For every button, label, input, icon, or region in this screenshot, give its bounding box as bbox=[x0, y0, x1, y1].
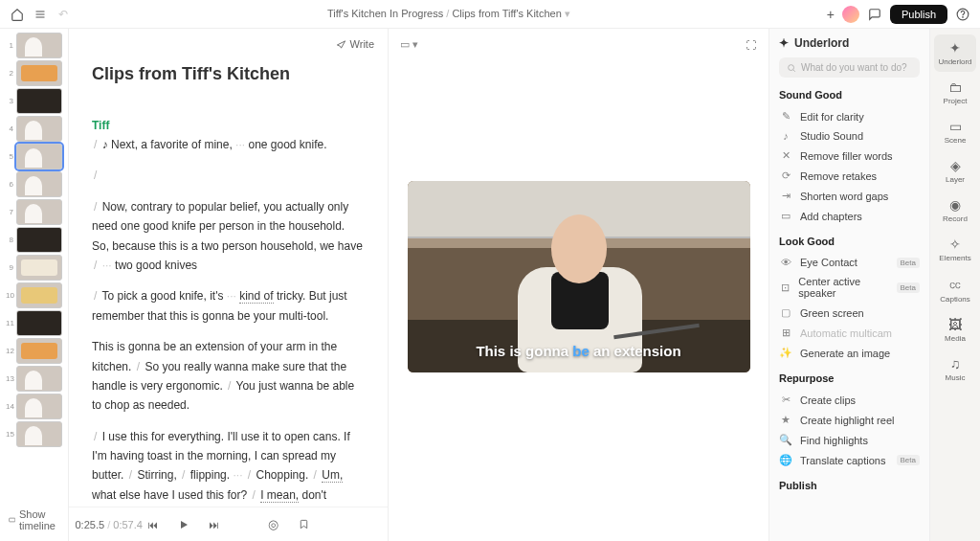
add-chapters-button[interactable]: ▭Add chapters bbox=[779, 206, 920, 226]
section-look: Look Good bbox=[779, 236, 920, 247]
top-bar: ↶ Tiff's Kitchen In Progress / Clips fro… bbox=[0, 0, 980, 29]
expand-icon[interactable] bbox=[746, 39, 757, 51]
eye-contact-button[interactable]: 👁Eye ContactBeta bbox=[779, 253, 920, 272]
rail-layer[interactable]: ◈Layer bbox=[934, 152, 976, 190]
thumb-9[interactable] bbox=[16, 255, 62, 281]
script-body[interactable]: Clips from Tiff's Kitchen Tiff / ♪ Next,… bbox=[69, 59, 388, 507]
thumbnail-strip: 1 2 3 4 5 6 7 8 9 10 11 12 13 14 15 Show… bbox=[0, 29, 69, 541]
shorten-gaps-button[interactable]: ⇥Shorten word gaps bbox=[779, 186, 920, 206]
video-preview: ▭ ▾ This is gonna be an extension bbox=[389, 29, 769, 541]
play-icon[interactable] bbox=[173, 514, 194, 535]
show-timeline-label: Show timeline bbox=[19, 508, 59, 531]
thumb-15[interactable] bbox=[16, 421, 62, 447]
thumb-2[interactable] bbox=[16, 60, 62, 86]
thumb-5[interactable] bbox=[16, 144, 62, 169]
video-caption: This is gonna be an extension bbox=[408, 343, 750, 359]
right-rail: ✦Underlord 🗀Project ▭Scene ◈Layer ◉Recor… bbox=[930, 29, 980, 541]
center-speaker-button[interactable]: ⊡Center active speakerBeta bbox=[779, 272, 920, 303]
studio-sound-button[interactable]: ♪Studio Sound bbox=[779, 126, 920, 146]
green-screen-button[interactable]: ▢Green screen bbox=[779, 303, 920, 323]
thumb-7[interactable] bbox=[16, 199, 62, 225]
svg-line-8 bbox=[793, 70, 795, 72]
edit-clarity-button[interactable]: ✎Edit for clarity bbox=[779, 106, 920, 126]
script-editor: Write Clips from Tiff's Kitchen Tiff / ♪… bbox=[69, 29, 389, 541]
panel-title: ✦ Underlord bbox=[779, 36, 920, 50]
bookmark-icon[interactable] bbox=[294, 514, 315, 535]
write-button[interactable]: Write bbox=[336, 38, 374, 50]
layout-icon[interactable]: ▭ ▾ bbox=[400, 38, 418, 51]
page-title: Clips from Tiff's Kitchen bbox=[92, 59, 365, 89]
create-clips-button[interactable]: ✂Create clips bbox=[779, 390, 920, 410]
rail-underlord[interactable]: ✦Underlord bbox=[934, 34, 976, 72]
breadcrumb-clip[interactable]: Clips from Tiff's Kitchen bbox=[452, 8, 561, 19]
thumb-13[interactable] bbox=[16, 366, 62, 392]
panel-search-input[interactable]: What do you want to do? bbox=[779, 57, 920, 78]
find-highlights-button[interactable]: 🔍Find highlights bbox=[779, 430, 920, 450]
thumb-3[interactable] bbox=[16, 88, 62, 114]
avatar[interactable] bbox=[842, 6, 859, 23]
skip-back-icon[interactable]: ⏮ bbox=[143, 514, 164, 535]
thumb-10[interactable] bbox=[16, 282, 62, 308]
underlord-icon: ✦ bbox=[779, 36, 789, 50]
thumb-12[interactable] bbox=[16, 338, 62, 364]
play-bar: 0:25.5 / 0:57.4 ⏮ ⏭ ◎ bbox=[69, 507, 388, 541]
thumb-1[interactable] bbox=[16, 33, 62, 58]
skip-forward-icon[interactable]: ⏭ bbox=[204, 514, 225, 535]
breadcrumb-project[interactable]: Tiff's Kitchen In Progress bbox=[327, 8, 443, 19]
svg-point-7 bbox=[789, 64, 794, 70]
thumb-8[interactable] bbox=[16, 227, 62, 253]
section-sound: Sound Good bbox=[779, 89, 920, 101]
speed-icon[interactable]: ◎ bbox=[263, 514, 284, 535]
remove-retakes-button[interactable]: ⟳Remove retakes bbox=[779, 166, 920, 186]
show-timeline-button[interactable]: Show timeline bbox=[0, 503, 69, 537]
comment-icon[interactable] bbox=[867, 7, 882, 22]
rail-record[interactable]: ◉Record bbox=[934, 192, 976, 229]
rail-elements[interactable]: ✧Elements bbox=[934, 231, 976, 268]
thumb-6[interactable] bbox=[16, 171, 62, 197]
speaker-label: Tiff bbox=[92, 116, 365, 135]
remove-fillers-button[interactable]: ✕Remove filler words bbox=[779, 146, 920, 166]
generate-image-button[interactable]: ✨Generate an image bbox=[779, 343, 920, 363]
menu-icon[interactable] bbox=[33, 7, 48, 22]
publish-button[interactable]: Publish bbox=[890, 5, 947, 24]
breadcrumb[interactable]: Tiff's Kitchen In Progress / Clips from … bbox=[78, 8, 819, 20]
thumb-11[interactable] bbox=[16, 310, 62, 336]
rail-project[interactable]: 🗀Project bbox=[934, 74, 976, 111]
rail-music[interactable]: ♫Music bbox=[934, 350, 976, 388]
section-repurpose: Repurpose bbox=[779, 372, 920, 384]
auto-multicam-button: ⊞Automatic multicam bbox=[779, 323, 920, 343]
section-publish: Publish bbox=[779, 480, 920, 491]
help-icon[interactable] bbox=[955, 7, 970, 22]
undo-icon[interactable]: ↶ bbox=[56, 7, 71, 22]
thumb-14[interactable] bbox=[16, 394, 62, 419]
home-icon[interactable] bbox=[10, 7, 25, 22]
time-display: 0:25.5 / 0:57.4 bbox=[76, 519, 143, 530]
thumb-4[interactable] bbox=[16, 116, 62, 142]
rail-media[interactable]: 🖼Media bbox=[934, 311, 976, 349]
highlight-reel-button[interactable]: ★Create highlight reel bbox=[779, 410, 920, 430]
underlord-panel: ✦ Underlord What do you want to do? Soun… bbox=[769, 29, 930, 541]
translate-captions-button[interactable]: 🌐Translate captionsBeta bbox=[779, 450, 920, 470]
svg-marker-6 bbox=[181, 521, 188, 529]
svg-point-4 bbox=[963, 16, 964, 17]
svg-rect-5 bbox=[9, 518, 14, 522]
add-icon[interactable]: + bbox=[827, 7, 835, 22]
video-frame[interactable]: This is gonna be an extension bbox=[408, 181, 750, 372]
rail-captions[interactable]: ㏄Captions bbox=[934, 270, 976, 309]
rail-scene[interactable]: ▭Scene bbox=[934, 113, 976, 150]
